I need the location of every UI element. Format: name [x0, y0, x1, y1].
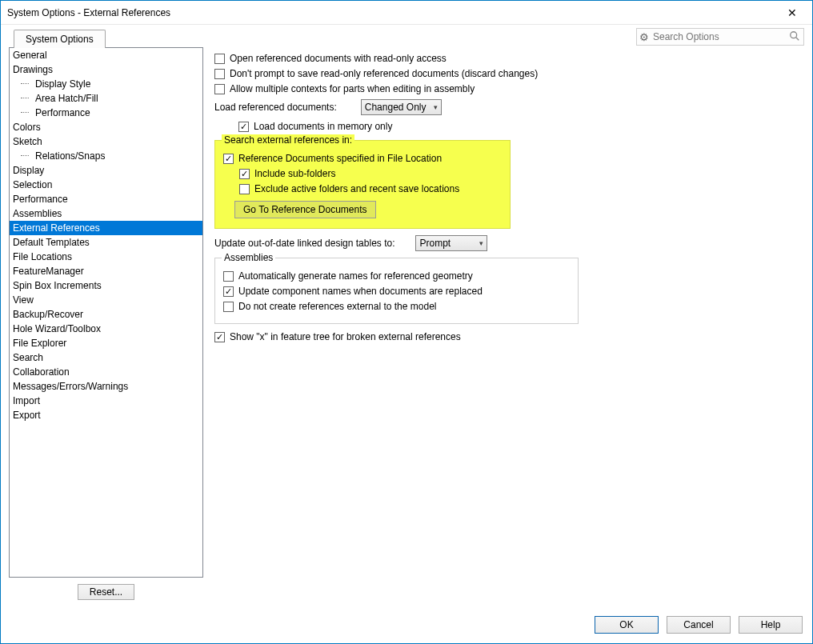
category-item[interactable]: Backup/Recover [10, 307, 202, 322]
group-search-ext-ref: Search external references in: Reference… [214, 140, 511, 229]
category-item[interactable]: View [10, 293, 202, 307]
category-item[interactable]: Messages/Errors/Warnings [10, 379, 202, 394]
window-title: System Options - External References [7, 7, 777, 18]
group-assemblies: Assemblies Automatically generate names … [214, 258, 579, 324]
lbl-open-readonly: Open referenced documents with read-only… [230, 52, 447, 66]
legend-assemblies: Assemblies [222, 252, 275, 263]
lbl-update-tables: Update out-of-date linked design tables … [214, 237, 394, 250]
settings-panel: Open referenced documents with read-only… [203, 47, 804, 600]
options-dialog: System Options - External References ✕ S… [0, 0, 813, 644]
lbl-allow-multi: Allow multiple contexts for parts when e… [230, 82, 475, 96]
lbl-auto-names: Automatically generate names for referen… [238, 270, 473, 283]
category-item[interactable]: Area Hatch/Fill [10, 91, 202, 106]
category-item[interactable]: Selection [10, 178, 202, 192]
category-item[interactable]: Drawings [10, 62, 202, 77]
chk-exclude-active[interactable] [239, 184, 250, 194]
lbl-include-sub: Include sub-folders [254, 167, 335, 181]
category-item[interactable]: Display Style [10, 77, 202, 91]
category-item[interactable]: Relations/Snaps [10, 149, 202, 163]
category-list[interactable]: GeneralDrawingsDisplay StyleArea Hatch/F… [9, 47, 203, 578]
chk-show-x[interactable] [214, 332, 225, 342]
lbl-exclude-active: Exclude active folders and recent save l… [254, 182, 459, 196]
tab-system-options[interactable]: System Options [14, 30, 106, 48]
dd-update-tables[interactable]: Prompt ▾ [415, 235, 487, 251]
category-item[interactable]: Sketch [10, 134, 202, 149]
chk-ref-docs[interactable] [223, 154, 234, 164]
left-panel: GeneralDrawingsDisplay StyleArea Hatch/F… [9, 47, 203, 600]
search-input[interactable] [651, 31, 786, 42]
category-item[interactable]: Performance [10, 192, 202, 206]
category-item[interactable]: Collaboration [10, 365, 202, 379]
chk-include-sub[interactable] [239, 169, 250, 179]
svg-point-0 [791, 31, 797, 38]
category-item[interactable]: Export [10, 408, 202, 422]
category-item[interactable]: Search [10, 350, 202, 365]
chevron-down-icon: ▾ [434, 101, 438, 114]
chk-update-comp[interactable] [223, 286, 234, 297]
category-item[interactable]: Spin Box Increments [10, 278, 202, 293]
gear-icon[interactable]: ⚙ [637, 31, 651, 43]
reset-button[interactable]: Reset... [78, 584, 134, 600]
ok-button[interactable]: OK [595, 616, 659, 634]
lbl-show-x: Show "x" in feature tree for broken exte… [230, 330, 461, 344]
search-options[interactable]: ⚙ [636, 28, 804, 46]
category-item[interactable]: Colors [10, 120, 202, 134]
category-item[interactable]: File Locations [10, 250, 202, 264]
btn-goto-ref-docs[interactable]: Go To Reference Documents [234, 201, 376, 218]
category-item[interactable]: Assemblies [10, 206, 202, 221]
tab-bar: System Options ⚙ [1, 25, 812, 47]
chk-load-mem[interactable] [238, 122, 249, 132]
chk-no-ext-ref[interactable] [223, 302, 234, 312]
chk-dont-prompt[interactable] [214, 69, 225, 79]
category-item[interactable]: File Explorer [10, 336, 202, 350]
chevron-down-icon: ▾ [479, 237, 483, 250]
lbl-load-ref: Load referenced documents: [214, 101, 337, 114]
category-item[interactable]: Display [10, 163, 202, 178]
dialog-body: GeneralDrawingsDisplay StyleArea Hatch/F… [1, 47, 812, 606]
category-item[interactable]: External References [10, 221, 202, 235]
category-item[interactable]: Default Templates [10, 235, 202, 250]
lbl-dont-prompt: Don't prompt to save read-only reference… [230, 67, 538, 81]
dd-load-ref-value: Changed Only [365, 101, 427, 114]
footer: OK Cancel Help [1, 606, 812, 643]
chk-auto-names[interactable] [223, 271, 234, 282]
lbl-ref-docs: Reference Documents specified in File Lo… [238, 152, 442, 166]
svg-line-1 [796, 37, 799, 40]
dd-load-ref[interactable]: Changed Only ▾ [361, 99, 443, 115]
chk-open-readonly[interactable] [214, 54, 225, 64]
help-button[interactable]: Help [739, 616, 803, 634]
category-item[interactable]: FeatureManager [10, 264, 202, 278]
lbl-no-ext-ref: Do not create references external to the… [238, 300, 436, 314]
cancel-button[interactable]: Cancel [667, 616, 731, 634]
category-item[interactable]: Hole Wizard/Toolbox [10, 322, 202, 336]
search-icon[interactable] [786, 30, 803, 44]
close-icon[interactable]: ✕ [777, 2, 807, 23]
category-item[interactable]: Import [10, 394, 202, 408]
chk-allow-multi[interactable] [214, 84, 225, 94]
legend-search-ext: Search external references in: [222, 134, 354, 146]
titlebar: System Options - External References ✕ [1, 1, 812, 25]
category-item[interactable]: Performance [10, 106, 202, 120]
category-item[interactable]: General [10, 48, 202, 62]
dd-update-value: Prompt [419, 237, 471, 250]
lbl-load-mem: Load documents in memory only [254, 120, 392, 134]
lbl-update-comp: Update component names when documents ar… [238, 285, 483, 298]
